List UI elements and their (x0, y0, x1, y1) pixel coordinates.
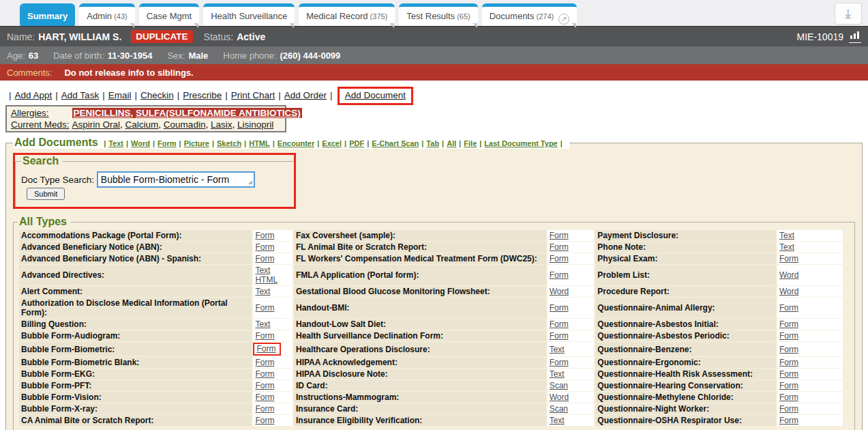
doc-link-form[interactable]: Form (550, 231, 569, 240)
format-link-file[interactable]: File (464, 139, 477, 147)
doc-link-form[interactable]: Form (255, 381, 274, 390)
format-link-text[interactable]: Text (108, 139, 123, 147)
doc-link-form[interactable]: Form (256, 344, 275, 354)
doc-link-scan[interactable]: Scan (550, 381, 568, 390)
doc-link-form[interactable]: Form (550, 270, 569, 280)
checkin-link[interactable]: Checkin (140, 90, 174, 100)
print-chart-link[interactable]: Print Chart (231, 90, 275, 100)
doc-link-text[interactable]: Text (255, 266, 270, 275)
med-link[interactable]: Coumadin (164, 119, 206, 130)
format-link-word[interactable]: Word (131, 139, 150, 147)
tab-summary[interactable]: Summary (20, 3, 75, 26)
doc-link-text[interactable]: Text (779, 242, 794, 252)
doc-link-form[interactable]: Form (779, 345, 798, 354)
doc-link-text[interactable]: Text (255, 287, 270, 296)
format-link-sketch[interactable]: Sketch (217, 139, 241, 147)
doc-type-label: Instructions-Mammogram: (294, 392, 546, 403)
tab-health-surveillance[interactable]: Health Surveillance (203, 3, 295, 26)
doc-link-form[interactable]: Form (779, 319, 798, 329)
doc-link-word[interactable]: Word (550, 287, 569, 296)
add-document-link[interactable]: Add Document (345, 90, 406, 100)
doc-link-word[interactable]: Word (779, 270, 798, 280)
doc-link-scan[interactable]: Scan (550, 404, 568, 414)
doc-type-label: Gestational Blood Glucose Monitoring Flo… (294, 286, 546, 297)
format-link-pdf[interactable]: PDF (349, 139, 364, 147)
doc-link-form[interactable]: Form (779, 381, 798, 390)
doc-type-link-cell: Form (548, 357, 595, 368)
doc-link-form[interactable]: Form (255, 358, 274, 367)
doc-link-form[interactable]: Form (779, 392, 798, 402)
doc-type-link-cell: Form (548, 242, 595, 253)
add-order-link[interactable]: Add Order (284, 90, 327, 100)
doc-link-form[interactable]: Form (550, 331, 569, 341)
doc-link-form[interactable]: Form (550, 319, 569, 329)
tab-count: (375) (368, 12, 388, 20)
med-link[interactable]: Aspirin Oral (72, 119, 121, 130)
download-button[interactable]: ⤓ (835, 3, 862, 25)
format-link-e-chart-scan[interactable]: E-Chart Scan (372, 139, 419, 147)
doc-link-form[interactable]: Form (255, 404, 274, 414)
current-meds-link[interactable]: Current Meds: (11, 119, 70, 130)
add-appt-link[interactable]: Add Appt (15, 90, 53, 100)
doc-type-link-cell: Form (548, 265, 595, 285)
format-link-form[interactable]: Form (158, 139, 177, 147)
doc-type-label: Bubble Form-Biometric Blank: (19, 357, 252, 368)
doc-link-form[interactable]: Form (779, 404, 798, 414)
bar-chart-icon[interactable] (849, 31, 861, 43)
med-link[interactable]: Lasix (211, 119, 233, 130)
doc-link-form[interactable]: Form (550, 254, 569, 263)
doc-link-form[interactable]: Form (779, 369, 798, 379)
submit-button[interactable]: Submit (27, 188, 65, 200)
email-link[interactable]: Email (108, 90, 132, 100)
doc-type-label: Bubble Form-EKG: (19, 369, 252, 379)
doc-link-form[interactable]: Form (550, 242, 569, 252)
doc-link-form[interactable]: Form (550, 358, 569, 367)
doc-link-word[interactable]: Word (550, 392, 569, 402)
doc-link-form[interactable]: Form (255, 392, 274, 402)
doc-link-html[interactable]: HTML (255, 275, 278, 285)
allergy-link[interactable]: PENICILLINS (74, 108, 131, 118)
format-link-picture[interactable]: Picture (184, 139, 209, 147)
separator: | (278, 90, 281, 100)
jump-arrow-icon[interactable]: ↗ (558, 14, 569, 25)
tab-case-mgmt[interactable]: Case Mgmt (139, 3, 199, 26)
tab-test-results[interactable]: Test Results (65) (399, 3, 477, 26)
doc-link-form[interactable]: Form (255, 242, 274, 252)
doc-link-form[interactable]: Form (255, 331, 274, 341)
med-link[interactable]: Calcium (125, 119, 159, 130)
doc-link-form[interactable]: Form (255, 231, 274, 240)
doc-link-text[interactable]: Text (550, 416, 565, 425)
doc-type-search-input[interactable] (97, 171, 255, 188)
doc-link-form[interactable]: Form (779, 331, 798, 341)
doc-link-text[interactable]: Text (779, 231, 794, 240)
doc-link-form[interactable]: Form (255, 369, 274, 379)
format-link-html[interactable]: HTML (249, 139, 270, 147)
add-task-link[interactable]: Add Task (61, 90, 99, 100)
allergies-link[interactable]: Allergies: (11, 108, 49, 118)
doc-link-text[interactable]: Text (550, 369, 565, 379)
doc-link-text[interactable]: Text (255, 319, 270, 329)
format-link-tab[interactable]: Tab (426, 139, 439, 147)
tab-documents[interactable]: Documents (274)↗ (482, 3, 578, 26)
format-link-excel[interactable]: Excel (322, 139, 342, 147)
tab-medical-record[interactable]: Medical Record (375) (299, 3, 395, 26)
add-documents-panel: Add Documents |Text|Word|Form|Picture|Sk… (5, 137, 863, 430)
format-link-encounter[interactable]: Encounter (278, 139, 314, 147)
allergy-link[interactable]: SULFA(SULFONAMIDE ANTIBIOTICS) (136, 108, 301, 118)
doc-link-form[interactable]: Form (779, 303, 798, 313)
patient-status: Active (237, 31, 265, 42)
format-link-last-document-type[interactable]: Last Document Type (484, 139, 557, 147)
med-link[interactable]: Lisinopril (237, 119, 273, 130)
doc-link-form[interactable]: Form (255, 416, 274, 425)
doc-link-text[interactable]: Text (550, 345, 565, 354)
tab-admin[interactable]: Admin (43) (79, 3, 134, 26)
doc-link-form[interactable]: Form (779, 416, 798, 425)
doc-link-word[interactable]: Word (779, 287, 798, 296)
doc-link-form[interactable]: Form (255, 303, 274, 313)
format-link-all[interactable]: All (447, 139, 456, 147)
doc-link-form[interactable]: Form (779, 358, 798, 367)
doc-link-form[interactable]: Form (779, 254, 798, 263)
doc-link-form[interactable]: Form (550, 303, 569, 313)
prescribe-link[interactable]: Prescribe (183, 90, 222, 100)
doc-link-form[interactable]: Form (255, 254, 274, 263)
